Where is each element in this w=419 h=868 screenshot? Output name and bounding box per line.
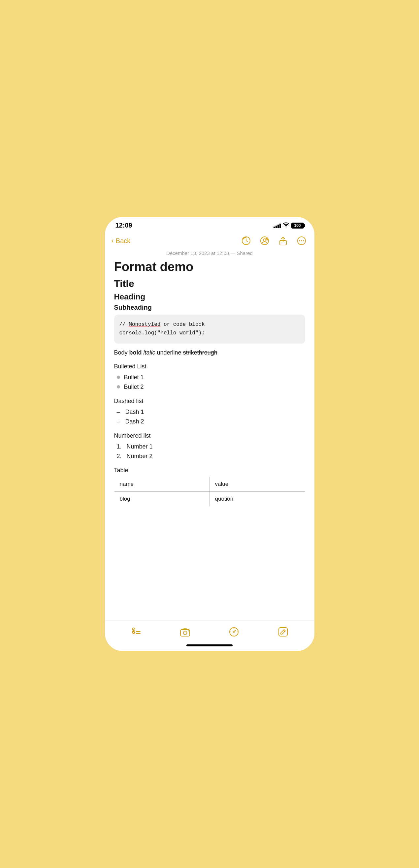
code-monostyled: Monostyled (129, 321, 160, 328)
history-button[interactable] (240, 235, 252, 247)
body-strikethrough: strikethrough (183, 349, 217, 356)
numbered-list: 1. Number 1 2. Number 2 (114, 442, 305, 461)
note-table: name value blog quotion (114, 476, 305, 506)
svg-point-2 (263, 239, 266, 241)
table-row: blog quotion (114, 491, 305, 506)
numbered-list-label: Numbered list (114, 432, 305, 439)
table-label: Table (114, 467, 305, 474)
bulleted-list-label: Bulleted List (114, 363, 305, 370)
home-bar (186, 644, 233, 646)
note-content: Format demo Title Heading Subheading // … (105, 260, 315, 620)
list-item: Bullet 1 (117, 373, 305, 382)
list-item: Bullet 2 (117, 382, 305, 392)
wifi-icon (283, 222, 289, 228)
back-label: Back (116, 237, 130, 245)
dash-icon: – (117, 409, 121, 415)
code-block: // Monostyled or code block console.log(… (114, 315, 305, 343)
table-cell: name (114, 476, 210, 491)
status-icons: 100 (273, 222, 304, 228)
more-button[interactable] (295, 235, 308, 247)
back-chevron-icon: ‹ (112, 237, 114, 245)
svg-point-6 (299, 240, 300, 241)
numbered-item-1: Number 1 (127, 443, 153, 450)
code-line-1: // Monostyled or code block (119, 320, 300, 329)
dashed-list-label: Dashed list (114, 398, 305, 405)
toolbar: ‹ Back (105, 232, 315, 250)
bullet-item-2: Bullet 2 (124, 383, 144, 391)
signal-icon (273, 223, 281, 228)
code-line-2: console.log("hello world"); (119, 329, 300, 338)
body-prefix: Body (114, 349, 129, 356)
compose-button[interactable] (276, 625, 290, 639)
table-row: name value (114, 476, 305, 491)
phone-frame: 12:09 100 ‹ Back (105, 217, 315, 651)
svg-point-8 (303, 240, 304, 241)
back-button[interactable]: ‹ Back (112, 237, 235, 245)
location-button[interactable] (227, 625, 241, 639)
list-item: – Dash 1 (117, 407, 305, 417)
share-button[interactable] (277, 235, 289, 247)
bottom-toolbar (105, 620, 315, 642)
status-bar: 12:09 100 (105, 217, 315, 232)
date-line: December 13, 2023 at 12:08 — Shared (105, 250, 315, 260)
num-symbol: 2. (117, 453, 123, 460)
body-italic: italic (142, 349, 157, 356)
list-item: 2. Number 2 (117, 452, 305, 461)
home-indicator (105, 642, 315, 651)
dash-item-1: Dash 1 (125, 409, 144, 415)
collaborators-button[interactable] (258, 235, 271, 247)
dash-item-2: Dash 2 (125, 418, 144, 425)
note-title2: Title (114, 278, 305, 289)
table-cell: value (210, 476, 305, 491)
dash-icon: – (117, 418, 121, 425)
note-title: Format demo (114, 260, 305, 274)
body-text: Body bold italic underline strikethrough (114, 348, 305, 357)
battery-icon: 100 (291, 223, 304, 228)
numbered-item-2: Number 2 (127, 453, 153, 460)
table-cell: blog (114, 491, 210, 506)
status-time: 12:09 (116, 222, 132, 229)
list-item: 1. Number 1 (117, 442, 305, 452)
bulleted-list: Bullet 1 Bullet 2 (114, 373, 305, 392)
svg-point-14 (183, 631, 187, 635)
list-item: – Dash 2 (117, 417, 305, 426)
body-bold: bold (129, 349, 142, 356)
body-underline: underline (157, 349, 181, 356)
table-section: Table name value blog quotion (114, 467, 305, 506)
table-cell: quotion (210, 491, 305, 506)
note-subheading: Subheading (114, 303, 305, 311)
checklist-button[interactable] (129, 625, 143, 639)
toolbar-icons (240, 235, 308, 247)
bullet-item-1: Bullet 1 (124, 374, 144, 381)
svg-point-15 (188, 630, 189, 631)
bullet-dot-icon (117, 376, 120, 379)
bullet-dot-icon (117, 385, 120, 389)
dashed-list: – Dash 1 – Dash 2 (114, 407, 305, 426)
svg-rect-17 (279, 628, 287, 636)
camera-button[interactable] (178, 625, 192, 639)
num-symbol: 1. (117, 443, 123, 450)
note-heading: Heading (114, 292, 305, 302)
svg-point-7 (301, 240, 302, 241)
